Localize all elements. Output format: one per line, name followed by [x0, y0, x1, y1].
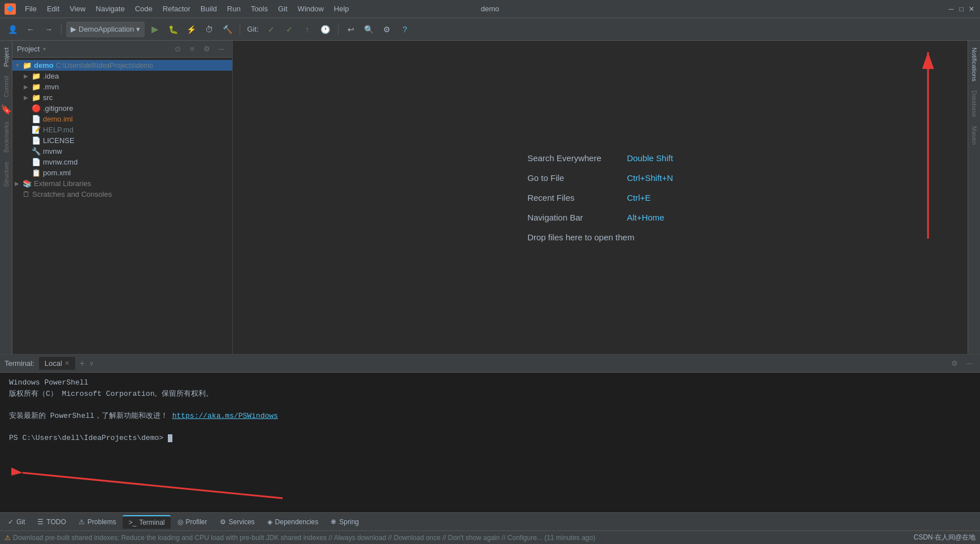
- terminal-minimize-button[interactable]: ─: [963, 357, 975, 370]
- panel-gear-icon[interactable]: ⊙: [171, 43, 184, 55]
- arrow-up-annotation: [905, 41, 951, 244]
- tree-item-license[interactable]: ▶ 📄 LICENSE: [12, 135, 232, 146]
- root-folder-name: demo: [34, 61, 54, 70]
- tree-item-external-libraries[interactable]: ▶ 📚 External Libraries: [12, 178, 232, 189]
- close-button[interactable]: ✕: [968, 5, 975, 13]
- menu-build[interactable]: Build: [196, 2, 222, 15]
- sidebar-item-commit[interactable]: Commit: [2, 71, 11, 102]
- main-layout: Project Commit 🔖 Bookmarks Structure Pro…: [0, 41, 980, 354]
- sidebar-item-database[interactable]: Database: [970, 86, 979, 122]
- separator-1: [61, 24, 62, 35]
- sidebar-item-project[interactable]: Project: [2, 43, 11, 71]
- panel-hide-icon[interactable]: ─: [215, 43, 228, 55]
- tab-terminal[interactable]: >_ Terminal: [123, 515, 170, 529]
- hint-goto-label: Go to File: [527, 173, 618, 183]
- window-title: demo: [481, 5, 500, 13]
- run-config-label: DemoApplication: [79, 25, 134, 33]
- terminal-tab-close[interactable]: ✕: [64, 360, 70, 367]
- forward-button[interactable]: →: [41, 21, 57, 37]
- search-button[interactable]: 🔍: [361, 21, 377, 37]
- tree-item-mvnw[interactable]: ▶ 🔧 mvnw: [12, 146, 232, 157]
- git-check1[interactable]: ✓: [263, 21, 279, 37]
- terminal-tab-label2: Terminal: [139, 519, 164, 526]
- tab-profiler[interactable]: ◎ Profiler: [172, 516, 213, 528]
- menu-file[interactable]: File: [20, 2, 41, 15]
- tab-spring[interactable]: ❋ Spring: [325, 516, 365, 528]
- terminal-panel: Terminal: Local ✕ + ∨ ⚙ ─ Windows PowerS…: [0, 354, 980, 512]
- menu-view[interactable]: View: [65, 2, 90, 15]
- panel-chevron-icon: ▾: [43, 46, 46, 52]
- tree-item-idea[interactable]: ▶ 📁 .idea: [12, 71, 232, 81]
- terminal-title-label: Terminal:: [5, 359, 34, 368]
- tab-problems[interactable]: ⚠ Problems: [73, 516, 122, 528]
- settings-button[interactable]: ⚙: [379, 21, 395, 37]
- separator-2: [240, 24, 240, 35]
- hint-recent-label: Recent Files: [527, 193, 618, 202]
- tree-item-src[interactable]: ▶ 📁 src: [12, 92, 232, 103]
- debug-button[interactable]: 🐛: [165, 21, 181, 37]
- term-ps-link[interactable]: https://aka.ms/PSWindows: [172, 412, 278, 420]
- status-message: Download pre-built shared indexes: Reduc…: [13, 534, 595, 542]
- status-bar: ⚠ Download pre-built shared indexes: Red…: [0, 530, 980, 544]
- services-tab-icon: ⚙: [220, 518, 226, 526]
- sidebar-item-notifications[interactable]: Notifications: [970, 43, 979, 86]
- menu-refactor[interactable]: Refactor: [158, 2, 195, 15]
- maximize-button[interactable]: □: [957, 5, 965, 13]
- menu-edit[interactable]: Edit: [42, 2, 64, 15]
- git-history[interactable]: 🕐: [318, 21, 333, 37]
- term-line-5: [9, 421, 971, 433]
- panel-settings-icon[interactable]: ⚙: [201, 43, 213, 55]
- menu-git[interactable]: Git: [274, 2, 292, 15]
- sidebar-item-structure[interactable]: Structure: [2, 157, 11, 192]
- menu-run[interactable]: Run: [223, 2, 245, 15]
- undo-button[interactable]: ↩: [343, 21, 359, 37]
- root-folder-path: C:\Users\dell\IdeaProjects\demo: [56, 62, 153, 70]
- tab-dependencies[interactable]: ◈ Dependencies: [262, 516, 324, 528]
- terminal-settings-button[interactable]: ⚙: [948, 357, 961, 370]
- tree-item-scratches[interactable]: ▶ 🗒 Scratches and Consoles: [12, 189, 232, 200]
- build-button[interactable]: 🔨: [219, 21, 235, 37]
- tab-services[interactable]: ⚙ Services: [214, 516, 261, 528]
- run-button[interactable]: ▶: [147, 21, 163, 37]
- coverage-button[interactable]: ⚡: [183, 21, 199, 37]
- terminal-tab-label: Local: [45, 359, 62, 368]
- user-icon[interactable]: 👤: [5, 21, 20, 37]
- git-check2[interactable]: ✓: [281, 21, 297, 37]
- tree-item-gitignore[interactable]: ▶ 🔴 .gitignore: [12, 103, 232, 114]
- tab-todo[interactable]: ☰ TODO: [32, 516, 71, 528]
- git-label: Git:: [247, 25, 258, 33]
- tree-item-mvn[interactable]: ▶ 📁 .mvn: [12, 81, 232, 92]
- help-button[interactable]: ?: [397, 21, 413, 37]
- minimize-button[interactable]: ─: [947, 5, 955, 13]
- tab-git[interactable]: ✓ Git: [2, 516, 31, 528]
- project-panel-title: Project: [17, 45, 40, 53]
- git-push[interactable]: ↑: [300, 21, 315, 37]
- terminal-tab-local[interactable]: Local ✕: [39, 357, 75, 370]
- tree-item-demo-iml[interactable]: ▶ 📄 demo.iml: [12, 114, 232, 124]
- sidebar-item-bookmarks[interactable]: Bookmarks: [2, 117, 11, 157]
- sidebar-item-maven[interactable]: Maven: [970, 122, 979, 149]
- spring-tab-label: Spring: [339, 518, 359, 526]
- problems-tab-icon: ⚠: [79, 518, 85, 526]
- hint-goto-file: Go to File Ctrl+Shift+N: [527, 173, 673, 183]
- menu-tools[interactable]: Tools: [246, 2, 272, 15]
- bookmark-icon[interactable]: 🔖: [0, 102, 14, 117]
- menu-help[interactable]: Help: [329, 2, 354, 15]
- terminal-chevron-button[interactable]: ∨: [89, 360, 94, 367]
- menu-window[interactable]: Window: [293, 2, 328, 15]
- run-config-selector[interactable]: ▶ DemoApplication ▾: [66, 21, 145, 37]
- tree-item-help-md[interactable]: ▶ 📝 HELP.md: [12, 124, 232, 135]
- back-button[interactable]: ←: [23, 21, 38, 37]
- todo-tab-label: TODO: [46, 518, 66, 526]
- tree-item-mvnw-cmd[interactable]: ▶ 📄 mvnw.cmd: [12, 157, 232, 167]
- tree-item-pom-xml[interactable]: ▶ 📋 pom.xml: [12, 167, 232, 178]
- dependencies-tab-label: Dependencies: [275, 518, 319, 526]
- menu-code[interactable]: Code: [131, 2, 157, 15]
- hint-nav-bar: Navigation Bar Alt+Home: [527, 213, 673, 222]
- term-line-3: [9, 399, 971, 411]
- profile-button[interactable]: ⏱: [201, 21, 217, 37]
- terminal-add-button[interactable]: +: [80, 359, 85, 369]
- panel-collapse-icon[interactable]: ≡: [186, 43, 198, 55]
- tree-item-demo-root[interactable]: ▼ 📁 demo C:\Users\dell\IdeaProjects\demo: [12, 60, 232, 71]
- menu-navigate[interactable]: Navigate: [91, 2, 129, 15]
